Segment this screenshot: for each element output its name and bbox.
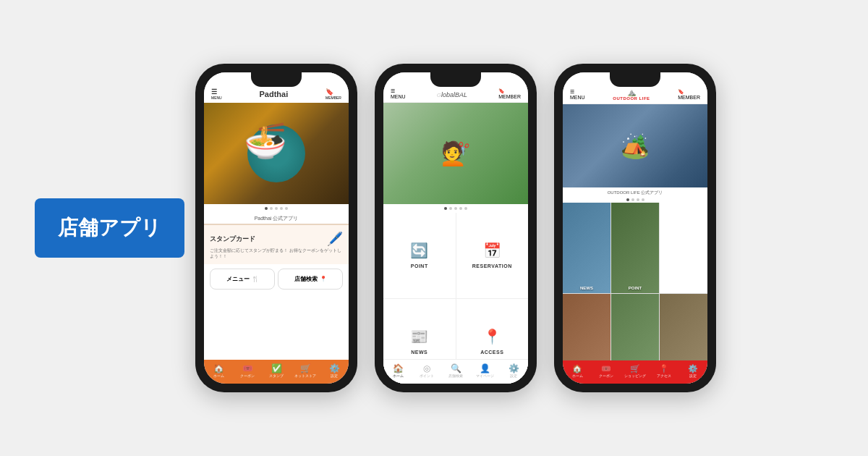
member-icon: 🔖 xyxy=(326,88,341,96)
padthai-bottom-nav: 🏠 ホーム 🎟️ クーポン ✅ スタンプ 🛒 ネットストア xyxy=(204,360,349,384)
outdoor-news-label: NEWS xyxy=(563,286,610,290)
outdoor-bottom-nav: 🏠 ホーム 🎟️ クーポン 🛒 ショッピング 📍 xyxy=(563,360,707,384)
nav-home-label: ホーム xyxy=(213,373,224,378)
obal-point-icon: ◎ xyxy=(412,363,441,373)
obal-nav-settings-label: 設定 xyxy=(510,373,517,378)
news-label: NEWS xyxy=(411,350,427,355)
obal-member-label: MEMBER xyxy=(498,94,521,99)
outdoor-gear-icon: ⚙️ xyxy=(678,364,707,373)
menu-button[interactable]: メニュー 🍴 xyxy=(210,269,275,290)
news-bg xyxy=(563,203,610,293)
point-label: POINT xyxy=(411,263,428,269)
phone-obal-inner: ☰ MENU GlobalBAL 🔖 MEMBER 💇 xyxy=(383,72,528,384)
outdoor-nav-home[interactable]: 🏠 ホーム xyxy=(563,364,592,378)
obal-dot-3 xyxy=(454,207,457,210)
obal-nav-mypage-label: マイページ xyxy=(476,373,494,378)
outdoor-nav-settings[interactable]: ⚙️ 設定 xyxy=(678,364,707,378)
nav-netstore[interactable]: 🛒 ネットストア xyxy=(291,363,320,378)
nav-stamp-label: スタンプ xyxy=(269,373,284,378)
outdoor-cell-news[interactable]: NEWS xyxy=(563,203,610,293)
nav-settings[interactable]: ⚙️ 設定 xyxy=(320,363,349,378)
obal-nav-mypage[interactable]: 👤 マイページ xyxy=(470,363,499,378)
nav-coupon[interactable]: 🎟️ クーポン xyxy=(233,363,262,378)
outdoor-nav-home-label: ホーム xyxy=(572,373,583,378)
member-area[interactable]: 🔖 MEMBER xyxy=(326,88,341,100)
dot-1 xyxy=(265,207,268,210)
obal-reservation-icon: 🔍 xyxy=(441,363,470,373)
dot-5 xyxy=(285,207,288,210)
point-icon: 🔄 xyxy=(410,242,428,259)
menu-area[interactable]: ☰ MENU xyxy=(211,88,222,100)
outdoor-member-icon: 🔖 xyxy=(678,89,700,95)
padthai-caption: Padthai 公式アプリ xyxy=(204,213,349,224)
nav-home[interactable]: 🏠 ホーム xyxy=(204,363,233,378)
gear-icon: ⚙️ xyxy=(320,363,349,373)
obal-content: ☰ MENU GlobalBAL 🔖 MEMBER 💇 xyxy=(383,72,528,384)
search-btn-label: 店舗検索 xyxy=(294,275,318,283)
access-icon: 📍 xyxy=(483,328,501,345)
obal-hero: 💇 xyxy=(383,103,528,204)
outdoor-nav-access[interactable]: 📍 アクセス xyxy=(650,364,678,378)
outdoor-cell-point[interactable]: POINT xyxy=(611,203,659,293)
obal-mypage-icon: 👤 xyxy=(470,363,499,373)
obal-menu-label: MENU xyxy=(391,94,406,99)
reservation-icon: 📅 xyxy=(483,242,501,259)
phone-outdoor: ☰ MENU ⛰️ OUTDOOR LIFE 🔖 MEMBER xyxy=(554,64,716,392)
nav-stamp[interactable]: ✅ スタンプ xyxy=(262,363,291,378)
outdoor-menu-icon: ☰ xyxy=(570,89,585,95)
outdoor-brand: ⛰️ OUTDOOR LIFE xyxy=(613,88,650,101)
obal-nav-home[interactable]: 🏠 ホーム xyxy=(383,363,412,378)
obal-menu-area[interactable]: ☰ MENU xyxy=(391,88,406,99)
grid-reservation[interactable]: 📅 RESERVATION xyxy=(456,213,529,298)
outdoor-nav-access-label: アクセス xyxy=(657,373,671,378)
outdoor-dot-3 xyxy=(637,198,639,201)
outdoor-coupon-icon: 🎟️ xyxy=(592,364,621,373)
outdoor-nav-shopping[interactable]: 🛒 ショッピング xyxy=(621,364,650,378)
stamp-icon-nav: ✅ xyxy=(262,363,291,373)
outdoor-nav-coupon[interactable]: 🎟️ クーポン xyxy=(592,364,621,378)
outdoor-member-label: MEMBER xyxy=(678,95,700,100)
obal-member-area[interactable]: 🔖 MEMBER xyxy=(498,88,521,99)
notch-1 xyxy=(251,72,302,87)
page-container: 店舗アプリ ☰ MENU Padthai 🔖 MEMBER xyxy=(0,0,868,456)
outdoor-dots xyxy=(563,197,707,203)
outdoor-dot-1 xyxy=(626,198,629,201)
obal-nav-settings[interactable]: ⚙️ 設定 xyxy=(499,363,528,378)
obal-nav-point[interactable]: ◎ ポイント xyxy=(412,363,441,378)
outdoor-menu-label: MENU xyxy=(570,95,585,100)
outdoor-pin-icon: 📍 xyxy=(650,364,678,373)
obal-grid: 🔄 POINT 📅 RESERVATION 📰 NEWS 📍 xyxy=(383,213,528,384)
search-button[interactable]: 店舗検索 📍 xyxy=(278,269,343,290)
outdoor-member-area[interactable]: 🔖 MEMBER xyxy=(678,89,700,100)
outdoor-content: ☰ MENU ⛰️ OUTDOOR LIFE 🔖 MEMBER xyxy=(563,72,707,384)
obal-dot-1 xyxy=(444,207,447,210)
padthai-brand: Padthai xyxy=(260,90,289,98)
obal-member-icon: 🔖 xyxy=(498,88,521,94)
phone-padthai-inner: ☰ MENU Padthai 🔖 MEMBER xyxy=(204,72,349,384)
obal-brand: GlobalBAL xyxy=(437,90,467,98)
home-icon: 🏠 xyxy=(204,363,233,373)
phone-padthai: ☰ MENU Padthai 🔖 MEMBER xyxy=(195,64,357,392)
dot-2 xyxy=(270,207,273,210)
obal-nav-reservation[interactable]: 🔍 店舗検索 xyxy=(441,363,470,378)
stamp-icon: 🖊️ xyxy=(327,231,343,247)
stamp-desc: ご注文金額に応じてスタンプが貯まる！ お得なクーポンをゲットしよう！！ xyxy=(210,248,343,260)
grid-point[interactable]: 🔄 POINT xyxy=(383,213,456,298)
obal-home-icon: 🏠 xyxy=(383,363,412,373)
dot-3 xyxy=(275,207,278,210)
stamp-title-row: スタンプカード 🖊️ xyxy=(210,231,343,247)
outdoor-point-label: POINT xyxy=(611,286,659,290)
fork-knife-icon: 🍴 xyxy=(252,276,259,282)
outdoor-caption: OUTDOOR LIFE 公式アプリ xyxy=(563,187,707,197)
lantern-image: 🏕️ xyxy=(621,132,650,160)
obal-dot-2 xyxy=(449,207,452,210)
obal-gear-icon: ⚙️ xyxy=(499,363,528,373)
padthai-hero xyxy=(204,103,349,204)
member-label: MEMBER xyxy=(326,96,341,100)
outdoor-menu-area[interactable]: ☰ MENU xyxy=(570,89,585,100)
cart-icon: 🛒 xyxy=(291,363,320,373)
outdoor-nav-coupon-label: クーポン xyxy=(599,373,613,378)
stamp-section[interactable]: スタンプカード 🖊️ ご注文金額に応じてスタンプが貯まる！ お得なクーポンをゲッ… xyxy=(204,224,349,264)
obal-nav-home-label: ホーム xyxy=(393,373,404,378)
news-icon: 📰 xyxy=(410,328,428,345)
